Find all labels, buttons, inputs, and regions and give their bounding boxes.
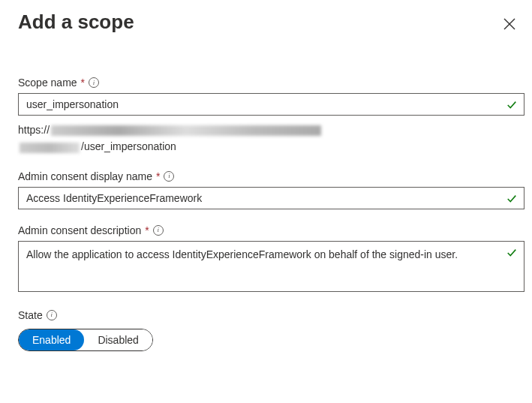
admin-desc-label-row: Admin consent description * i [18, 224, 524, 236]
scope-name-input[interactable] [18, 93, 524, 116]
required-indicator: * [81, 77, 85, 89]
admin-desc-field: Admin consent description * i [18, 224, 524, 294]
checkmark-icon [506, 100, 517, 110]
state-field: State i Enabled Disabled [18, 309, 524, 351]
state-disabled-option[interactable]: Disabled [84, 329, 152, 350]
info-icon[interactable]: i [89, 77, 99, 88]
state-label: State [18, 309, 43, 321]
checkmark-icon [506, 248, 517, 258]
admin-display-field: Admin consent display name * i [18, 170, 524, 209]
state-toggle: Enabled Disabled [18, 329, 153, 351]
state-label-row: State i [18, 309, 524, 321]
checkmark-icon [506, 194, 517, 204]
scope-uri-preview: https:// /user_impersonation [18, 122, 524, 155]
state-enabled-option[interactable]: Enabled [19, 329, 84, 350]
admin-desc-input[interactable] [18, 241, 524, 292]
info-icon[interactable]: i [47, 310, 57, 320]
admin-display-input[interactable] [18, 187, 524, 209]
info-icon[interactable]: i [153, 225, 164, 236]
close-icon [503, 18, 515, 30]
scope-name-field: Scope name * i https:// /user_impersonat… [18, 77, 524, 155]
add-scope-panel: Add a scope Scope name * i https:// /use… [0, 0, 532, 381]
panel-header: Add a scope [18, 11, 524, 35]
scope-name-label: Scope name [18, 77, 77, 89]
panel-title: Add a scope [18, 11, 134, 34]
close-button[interactable] [499, 14, 520, 35]
scope-name-label-row: Scope name * i [18, 77, 524, 89]
info-icon[interactable]: i [164, 171, 174, 182]
admin-desc-label: Admin consent description [18, 224, 141, 236]
admin-display-label-row: Admin consent display name * i [18, 170, 524, 182]
admin-display-label: Admin consent display name [18, 170, 152, 182]
required-indicator: * [145, 224, 149, 236]
required-indicator: * [156, 170, 160, 182]
